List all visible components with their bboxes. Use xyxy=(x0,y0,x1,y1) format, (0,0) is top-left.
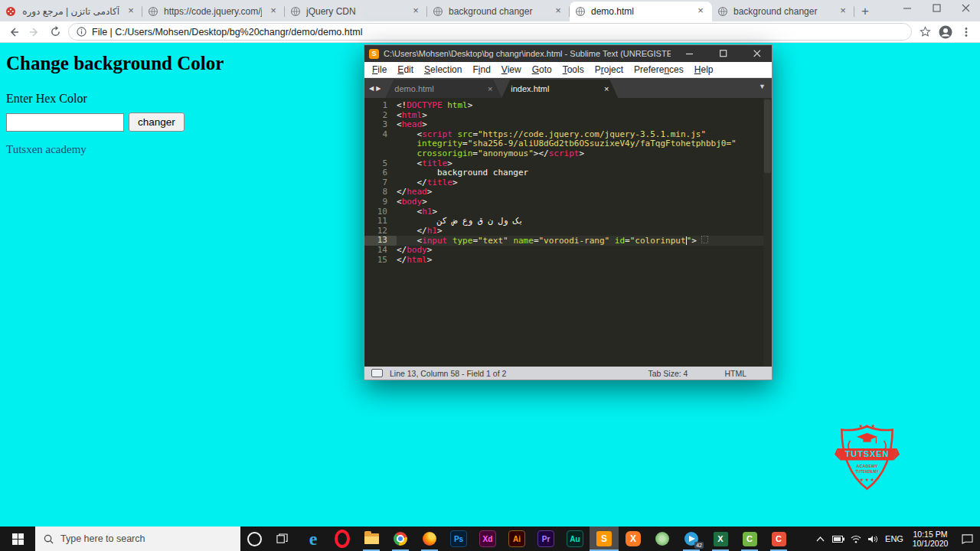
taskbar-camtasia-recorder[interactable]: C xyxy=(764,527,793,551)
editor-area[interactable]: 1<!DOCTYPE html>2<html>3<head>4 <script … xyxy=(364,98,772,367)
tab-close-icon[interactable]: × xyxy=(837,5,849,18)
info-icon[interactable] xyxy=(77,27,87,37)
tab-close-icon[interactable]: × xyxy=(267,5,279,18)
taskbar-file-explorer[interactable] xyxy=(357,527,386,551)
browser-tab[interactable]: background changer× xyxy=(427,2,570,21)
minimap[interactable]: <!DOCTYPE html><html><head> <script src=… xyxy=(720,101,762,140)
taskbar-task-view[interactable] xyxy=(268,527,296,551)
sublime-logo-icon: S xyxy=(369,49,379,59)
menu-help[interactable]: Help xyxy=(689,64,719,75)
taskbar-photoshop[interactable]: Ps xyxy=(444,527,473,551)
search-icon xyxy=(44,534,54,544)
sublime-titlebar[interactable]: S C:\Users\Mohsen\Desktop\bg changr\inde… xyxy=(364,45,772,62)
forward-icon[interactable] xyxy=(27,24,42,40)
browser-tab[interactable]: https://code.jquery.com/jqu× xyxy=(142,2,285,21)
syntax-mode[interactable]: HTML xyxy=(724,369,746,378)
sublime-close-icon[interactable] xyxy=(743,45,772,62)
taskbar-premiere[interactable]: Pr xyxy=(531,527,560,551)
minimize-icon[interactable] xyxy=(893,0,922,15)
taskbar-sublime-text[interactable]: S xyxy=(590,527,619,551)
browser-tab[interactable]: background changer× xyxy=(712,2,854,21)
wifi-icon[interactable] xyxy=(847,527,864,551)
taskbar-search[interactable]: Type here to search xyxy=(35,527,240,551)
start-button[interactable] xyxy=(0,527,35,551)
menu-preferences[interactable]: Preferences xyxy=(629,64,689,75)
globe-favicon-icon xyxy=(148,6,158,17)
taskbar-excel[interactable]: X xyxy=(706,527,735,551)
tab-size[interactable]: Tab Size: 4 xyxy=(648,369,688,378)
taskbar-adobe-xd[interactable]: Xd xyxy=(473,527,502,551)
tab-left-icon[interactable]: ◀ xyxy=(369,85,374,92)
menu-tools[interactable]: Tools xyxy=(557,64,590,75)
taskbar-camtasia[interactable]: C xyxy=(735,527,764,551)
tab-dropdown-icon[interactable]: ▼ xyxy=(759,83,766,90)
taskbar-illustrator[interactable]: Ai xyxy=(502,527,531,551)
browser-tab[interactable]: demo.html× xyxy=(570,2,712,21)
tab-close-icon[interactable]: × xyxy=(488,84,492,93)
hex-color-input[interactable] xyxy=(6,113,124,132)
editor-scrollbar[interactable] xyxy=(763,98,772,367)
adobe-xd-icon: Xd xyxy=(479,530,496,547)
profile-avatar-icon[interactable] xyxy=(938,24,953,40)
taskbar-greenshot[interactable] xyxy=(648,527,677,551)
menu-edit[interactable]: Edit xyxy=(392,64,419,75)
logo-brand: TUTSXEN xyxy=(845,449,890,458)
taskbar-xampp[interactable]: X xyxy=(619,527,648,551)
browser-menu-icon[interactable] xyxy=(959,24,974,40)
maximize-icon[interactable] xyxy=(922,0,951,15)
sublime-minimize-icon[interactable] xyxy=(675,45,704,62)
taskbar-opera[interactable] xyxy=(328,527,357,551)
new-tab-button[interactable]: + xyxy=(854,2,876,21)
scrollbar-thumb[interactable] xyxy=(764,99,771,173)
browser-tab[interactable]: آکادمی تاتزن | مرجع دوره های× xyxy=(0,2,142,21)
line-number: 1 xyxy=(364,101,397,111)
taskbar-chrome[interactable] xyxy=(386,527,415,551)
vintage-mode-icon[interactable] xyxy=(371,369,383,377)
menu-find[interactable]: Find xyxy=(467,64,495,75)
address-bar[interactable]: File | C:/Users/Mohsen/Desktop/bg%20chan… xyxy=(68,23,912,41)
editor-tab[interactable]: index.html× xyxy=(501,80,618,98)
action-center[interactable] xyxy=(954,534,980,544)
tab-close-icon[interactable]: × xyxy=(694,5,707,18)
menu-file[interactable]: File xyxy=(367,64,392,75)
menu-selection[interactable]: Selection xyxy=(419,64,467,75)
sublime-statusbar: Line 13, Column 58 - Field 1 of 2 Tab Si… xyxy=(364,367,772,380)
taskbar-edge[interactable]: e xyxy=(299,527,328,551)
refresh-icon[interactable] xyxy=(47,24,63,40)
editor-tab[interactable]: demo.html× xyxy=(385,80,501,98)
camtasia-icon: C xyxy=(743,532,757,546)
browser-tabstrip: آکادمی تاتزن | مرجع دوره های×https://cod… xyxy=(0,0,980,21)
tab-close-icon[interactable]: × xyxy=(604,84,609,93)
menu-project[interactable]: Project xyxy=(590,64,629,75)
tab-close-icon[interactable]: × xyxy=(125,5,137,18)
tab-scroll-arrows[interactable]: ◀▶ xyxy=(364,78,385,98)
notification-badge: 42 xyxy=(694,542,704,549)
back-icon[interactable] xyxy=(6,24,21,40)
close-icon[interactable] xyxy=(951,0,980,15)
file-explorer-icon xyxy=(364,533,379,544)
browser-tab[interactable]: jQuery CDN× xyxy=(285,2,427,21)
language-indicator[interactable]: ENG xyxy=(882,534,906,543)
menu-goto[interactable]: Goto xyxy=(527,64,557,75)
volume-icon[interactable] xyxy=(864,527,882,551)
tab-right-icon[interactable]: ▶ xyxy=(376,85,381,92)
editor-tabs: demo.html×index.html× xyxy=(385,80,618,98)
taskbar-cortana[interactable] xyxy=(240,527,268,551)
tray-chevron-icon[interactable] xyxy=(812,527,829,551)
tab-close-icon[interactable]: × xyxy=(552,5,564,18)
sublime-maximize-icon[interactable] xyxy=(709,45,738,62)
battery-icon[interactable] xyxy=(829,527,847,551)
clock[interactable]: 10:15 PM 10/1/2020 xyxy=(906,530,954,548)
taskbar-telegram[interactable]: 42 xyxy=(677,527,706,551)
camtasia-recorder-icon: C xyxy=(772,532,786,546)
tab-close-icon[interactable]: × xyxy=(410,5,422,18)
bookmark-star-icon[interactable] xyxy=(917,24,933,40)
tab-title: background changer xyxy=(449,6,547,17)
taskbar-firefox[interactable] xyxy=(415,527,444,551)
task-view-icon xyxy=(276,533,288,545)
line-number: 14 xyxy=(364,246,397,256)
taskbar-audition[interactable]: Au xyxy=(560,527,590,551)
xampp-icon: X xyxy=(626,531,641,546)
menu-view[interactable]: View xyxy=(496,64,527,75)
changer-button[interactable]: changer xyxy=(129,112,185,132)
